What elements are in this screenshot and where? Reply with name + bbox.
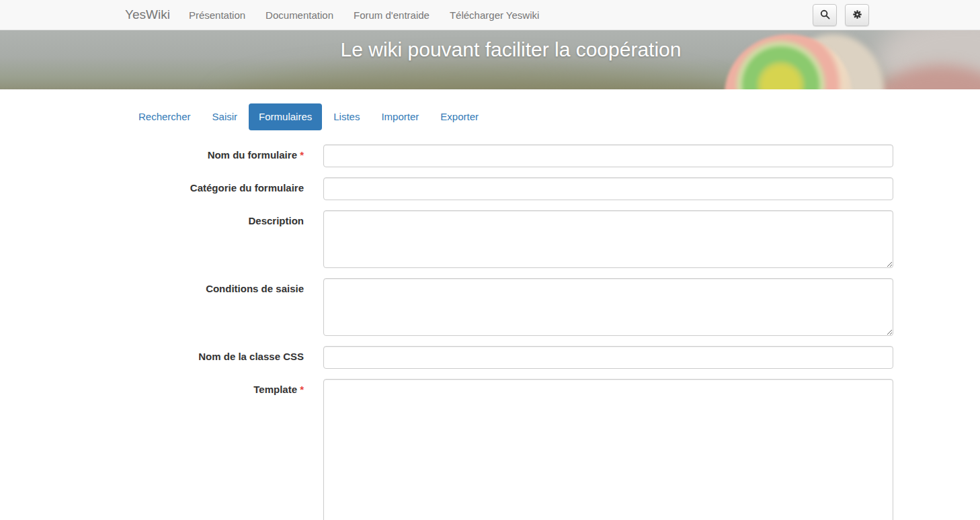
- brand-yeswiki[interactable]: YesWiki: [125, 7, 170, 22]
- form-row-description: Description: [87, 210, 893, 268]
- form-row-template: Template *: [87, 379, 893, 520]
- field-categorie: [323, 177, 893, 200]
- label-nom-formulaire: Nom du formulaire *: [87, 144, 304, 167]
- nav-item-documentation[interactable]: Documentation: [255, 1, 343, 29]
- tab-exporter-label[interactable]: Exporter: [430, 103, 489, 130]
- label-conditions: Conditions de saisie: [87, 278, 304, 336]
- label-text: Conditions de saisie: [206, 283, 304, 294]
- label-text: Nom du formulaire: [208, 149, 297, 161]
- tab-formulaires-label[interactable]: Formulaires: [249, 103, 322, 130]
- description-textarea[interactable]: [323, 210, 893, 268]
- form-creation-form: Nom du formulaire * Catégorie du formula…: [87, 144, 893, 520]
- gear-icon: [852, 9, 862, 21]
- nom-formulaire-input[interactable]: [323, 144, 893, 167]
- tab-saisir[interactable]: Saisir: [202, 103, 248, 130]
- nav-link-forum[interactable]: Forum d'entraide: [343, 1, 440, 29]
- label-description: Description: [87, 210, 304, 268]
- label-text: Template: [253, 384, 297, 395]
- tab-saisir-label[interactable]: Saisir: [202, 103, 248, 130]
- field-classe-css: [323, 346, 893, 369]
- nav-link-telecharger[interactable]: Télécharger Yeswiki: [440, 1, 549, 29]
- field-description: [323, 210, 893, 268]
- form-row-conditions: Conditions de saisie: [87, 278, 893, 336]
- nav-link-presentation[interactable]: Présentation: [179, 1, 255, 29]
- admin-tabs: Rechercher Saisir Formulaires Listes Imp…: [128, 103, 980, 130]
- required-marker: *: [300, 384, 304, 395]
- tab-listes[interactable]: Listes: [323, 103, 370, 130]
- settings-button[interactable]: [845, 4, 869, 26]
- form-row-classe-css: Nom de la classe CSS: [87, 346, 893, 369]
- top-navbar: YesWiki Présentation Documentation Forum…: [0, 0, 980, 30]
- field-template: [323, 379, 893, 520]
- nav-item-presentation[interactable]: Présentation: [179, 1, 255, 29]
- hero-title: Le wiki pouvant faciliter la coopération: [0, 38, 980, 61]
- tab-formulaires[interactable]: Formulaires: [249, 103, 322, 130]
- tab-rechercher[interactable]: Rechercher: [128, 103, 201, 130]
- field-conditions: [323, 278, 893, 336]
- search-icon: [820, 9, 830, 21]
- tab-exporter[interactable]: Exporter: [430, 103, 489, 130]
- tab-importer-label[interactable]: Importer: [371, 103, 429, 130]
- tab-listes-label[interactable]: Listes: [323, 103, 370, 130]
- navbar-buttons: [813, 4, 869, 26]
- hero-banner: Le wiki pouvant faciliter la coopération: [0, 30, 980, 89]
- label-categorie: Catégorie du formulaire: [87, 177, 304, 200]
- conditions-textarea[interactable]: [323, 278, 893, 336]
- field-nom-formulaire: [323, 144, 893, 167]
- navbar-links: Présentation Documentation Forum d'entra…: [179, 1, 549, 29]
- nav-item-forum[interactable]: Forum d'entraide: [343, 1, 440, 29]
- categorie-input[interactable]: [323, 177, 893, 200]
- template-textarea[interactable]: [323, 379, 893, 520]
- label-text: Catégorie du formulaire: [190, 182, 304, 193]
- label-classe-css: Nom de la classe CSS: [87, 346, 304, 369]
- nav-item-telecharger[interactable]: Télécharger Yeswiki: [440, 1, 549, 29]
- form-row-nom-formulaire: Nom du formulaire *: [87, 144, 893, 167]
- tab-importer[interactable]: Importer: [371, 103, 429, 130]
- form-row-categorie: Catégorie du formulaire: [87, 177, 893, 200]
- required-marker: *: [300, 149, 304, 161]
- search-button[interactable]: [813, 4, 837, 26]
- tab-rechercher-label[interactable]: Rechercher: [128, 103, 201, 130]
- label-template: Template *: [87, 379, 304, 520]
- nav-link-documentation[interactable]: Documentation: [255, 1, 343, 29]
- label-text: Description: [248, 215, 304, 226]
- classe-css-input[interactable]: [323, 346, 893, 369]
- hero-photo-blur: [222, 69, 733, 89]
- label-text: Nom de la classe CSS: [198, 351, 304, 362]
